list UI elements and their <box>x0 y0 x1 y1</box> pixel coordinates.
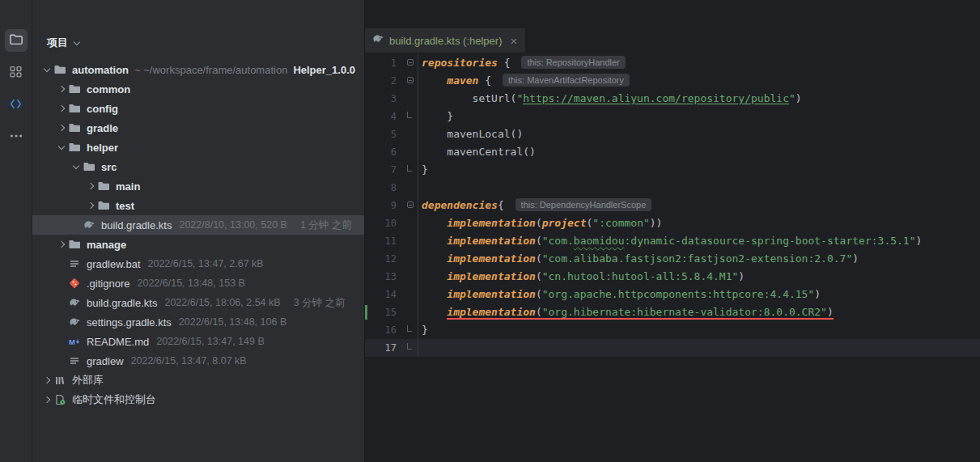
line-number: 13 <box>385 268 397 286</box>
tree-item-label: build.gradle.kts <box>101 219 172 231</box>
tree-item-build.gradle.kts[interactable]: build.gradle.kts2022/6/15, 18:06, 2.54 k… <box>32 293 364 312</box>
structure-toolwindow-button[interactable] <box>5 61 28 84</box>
line-number: 17 <box>385 339 397 357</box>
code-line-8[interactable]: 8 <box>365 179 980 197</box>
code-text: maven { this: MavenArtifactRepository <box>418 72 630 90</box>
tree-item-config[interactable]: config <box>32 99 364 118</box>
fold-end-icon[interactable] <box>407 165 412 172</box>
folder-icon <box>68 83 81 95</box>
project-toolwindow-button[interactable] <box>5 29 28 52</box>
code-text <box>418 339 422 357</box>
fold-start-icon[interactable] <box>407 59 414 66</box>
chevron-right-icon[interactable] <box>58 105 65 112</box>
tree-item-gradle[interactable]: gradle <box>32 118 364 138</box>
gutter: 7 <box>365 161 418 179</box>
tree-item-meta: 2022/8/10, 13:00, 520 B <box>179 219 286 231</box>
code-line-6[interactable]: 6 mavenCentral() <box>365 143 980 161</box>
editor-tab[interactable]: build.gradle.kts (:helper) × <box>365 28 526 53</box>
tree-item-README.md[interactable]: MREADME.md2022/6/15, 13:47, 149 B <box>32 332 364 351</box>
code-line-9[interactable]: 9dependencies{ this: DependencyHandlerSc… <box>365 197 980 214</box>
gutter: 8 <box>365 179 418 197</box>
code-line-15[interactable]: 15 implementation("org.hibernate:hiberna… <box>365 303 980 321</box>
tree-item-build.gradle.kts[interactable]: build.gradle.kts2022/8/10, 13:00, 520 B1… <box>32 215 364 235</box>
tree-item-gradlew[interactable]: gradlew2022/6/15, 13:47, 8.07 kB <box>32 351 364 371</box>
code-line-3[interactable]: 3 setUrl("https://maven.aliyun.com/repos… <box>365 90 980 108</box>
project-panel-header[interactable]: 项目 <box>32 31 364 55</box>
chevron-right-icon[interactable] <box>58 241 65 248</box>
fold-end-icon[interactable] <box>407 343 412 350</box>
chevron-slot <box>40 397 53 402</box>
code-text: implementation(project(":common")) <box>418 214 662 232</box>
code-text: dependencies{ this: DependencyHandlerSco… <box>418 197 651 214</box>
line-number: 10 <box>385 214 397 232</box>
code-line-7[interactable]: 7} <box>365 161 980 179</box>
tree-item-临时文件和控制台[interactable]: 临时文件和控制台 <box>32 390 364 409</box>
chevron-right-icon[interactable] <box>58 125 65 131</box>
code-line-17[interactable]: 17 <box>365 339 980 357</box>
gradle-icon <box>83 218 95 231</box>
more-toolwindows-button[interactable] <box>5 126 28 149</box>
code-lines: 1repositories { this: RepositoryHandler2… <box>365 53 980 357</box>
code-line-12[interactable]: 12 implementation("com.alibaba.fastjson2… <box>365 250 980 268</box>
code-line-4[interactable]: 4 } <box>365 108 980 125</box>
code-line-5[interactable]: 5 mavenLocal() <box>365 125 980 143</box>
code-line-13[interactable]: 13 implementation("cn.hutool:hutool-all:… <box>365 268 980 286</box>
tree-item-automation[interactable]: automation~ ~/workspace/frame/automation… <box>32 60 364 79</box>
tree-item-helper[interactable]: helper <box>32 138 364 157</box>
chevron-right-icon[interactable] <box>87 202 94 209</box>
tree-item-manage[interactable]: manage <box>32 235 364 254</box>
code-line-14[interactable]: 14 implementation("org.apache.httpcompon… <box>365 286 980 303</box>
tree-item-外部库[interactable]: 外部库 <box>32 371 364 390</box>
chevron-right-icon[interactable] <box>44 377 50 384</box>
code-line-11[interactable]: 11 implementation("com.baomidou:dynamic-… <box>365 232 980 250</box>
inlay-hint: this: MavenArtifactRepository <box>503 74 630 87</box>
chevron-right-icon[interactable] <box>58 86 65 92</box>
tree-item-test[interactable]: test <box>32 196 364 215</box>
line-number: 14 <box>385 286 397 303</box>
chevron-right-icon[interactable] <box>87 183 94 189</box>
plugin-toolwindow-button[interactable] <box>5 94 28 117</box>
chevron-down-icon[interactable] <box>73 163 79 169</box>
tree-item-meta: 2022/6/15, 13:47, 8.07 kB <box>131 355 247 367</box>
fold-end-icon[interactable] <box>407 325 412 332</box>
fold-start-icon[interactable] <box>407 201 414 208</box>
gutter: 6 <box>365 143 418 161</box>
gutter: 5 <box>365 125 418 143</box>
inlay-hint: this: DependencyHandlerScope <box>515 198 652 211</box>
tree-item-main[interactable]: main <box>32 176 364 196</box>
code-text: implementation("org.apache.httpcomponent… <box>418 286 821 303</box>
code-line-2[interactable]: 2 maven { this: MavenArtifactRepository <box>365 72 980 90</box>
tab-close-icon[interactable]: × <box>510 35 517 47</box>
folder-icon <box>68 238 81 251</box>
code-line-16[interactable]: 16} <box>365 321 980 339</box>
chevron-right-icon[interactable] <box>44 396 50 403</box>
tree-item-src[interactable]: src <box>32 157 364 176</box>
tree-item-gradlew.bat[interactable]: gradlew.bat2022/6/15, 13:47, 2.67 kB <box>32 254 364 273</box>
fold-end-icon[interactable] <box>407 112 412 118</box>
chevron-down-icon[interactable] <box>44 66 50 72</box>
tree-item-label: 外部库 <box>72 373 104 388</box>
tree-item-.gitignore[interactable]: .gitignore2022/6/15, 13:48, 153 B <box>32 273 364 293</box>
gutter: 4 <box>365 108 418 125</box>
tree-item-settings.gradle.kts[interactable]: settings.gradle.kts2022/6/15, 13:48, 106… <box>32 312 364 332</box>
fold-start-icon[interactable] <box>407 77 414 83</box>
gutter: 1 <box>365 54 418 72</box>
folder-icon <box>68 102 81 115</box>
folder-icon <box>68 121 81 134</box>
chevron-down-icon[interactable] <box>58 143 65 150</box>
tree-item-label: automation <box>72 64 129 76</box>
line-number: 3 <box>391 90 397 108</box>
gutter: 13 <box>365 268 418 286</box>
tree-item-label: manage <box>87 239 126 251</box>
lib-icon <box>53 374 66 387</box>
tree-item-common[interactable]: common <box>32 79 364 99</box>
code-line-10[interactable]: 10 implementation(project(":common")) <box>365 214 980 232</box>
gutter: 15 <box>365 303 418 321</box>
folder-icon <box>97 180 110 193</box>
file-icon <box>68 257 81 270</box>
code-line-1[interactable]: 1repositories { this: RepositoryHandler <box>365 54 980 72</box>
tree-item-meta: 2022/6/15, 13:47, 2.67 kB <box>148 258 264 269</box>
code-text: } <box>418 108 453 125</box>
scratch-icon <box>53 393 66 406</box>
editor-body[interactable]: 1repositories { this: RepositoryHandler2… <box>365 53 980 462</box>
